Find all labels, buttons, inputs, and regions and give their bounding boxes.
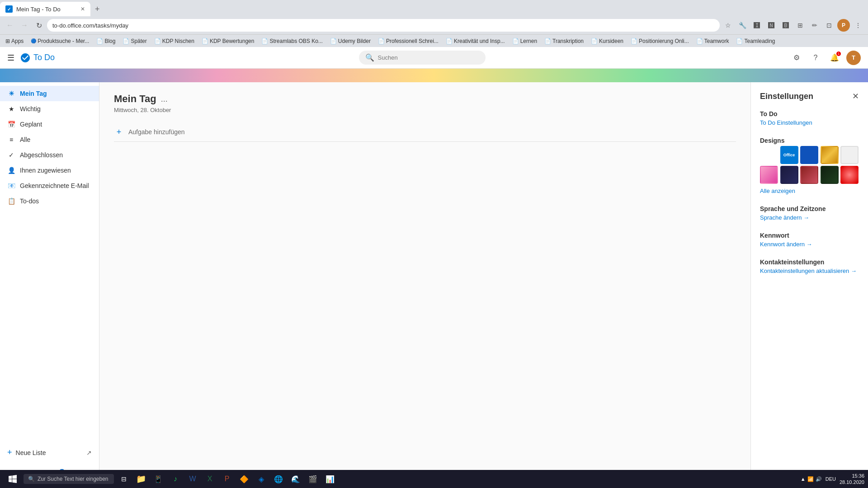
taskbar-app-icon-1[interactable]: 📱: [150, 471, 166, 487]
app-container: ☰ To Do 🔍 ⚙ ? 🔔 1: [0, 47, 868, 488]
design-circuit[interactable]: [760, 146, 778, 164]
design-gold[interactable]: [821, 146, 839, 164]
taskbar-explorer[interactable]: 📁: [133, 471, 149, 487]
taskbar-app-icon-2[interactable]: 🔶: [236, 471, 252, 487]
taskbar-app-icon-5[interactable]: 📊: [322, 471, 338, 487]
extension5-icon[interactable]: ⊞: [794, 19, 807, 32]
calendar-icon: 📅: [7, 120, 15, 128]
design-office[interactable]: Office: [780, 146, 798, 164]
taskbar-volume-icon[interactable]: 🔊: [816, 476, 822, 482]
bookmark-transkription[interactable]: 📄 Transkription: [542, 37, 585, 45]
star-icon[interactable]: ☆: [722, 19, 734, 32]
new-list-area[interactable]: + Neue Liste ↗: [0, 444, 99, 461]
taskbar-app-icon-4[interactable]: 🎬: [305, 471, 321, 487]
bookmark-kdp-bewertungen[interactable]: 📄 KDP Bewertungen: [200, 37, 256, 45]
settings-contact-link[interactable]: Kontakteinstellungen aktualisieren →: [760, 267, 859, 274]
taskbar-app-icon-3[interactable]: ◈: [253, 471, 269, 487]
sidebar-item-label: To-dos: [20, 197, 39, 205]
settings-password-title: Kennwort: [760, 232, 859, 239]
design-flowers[interactable]: [800, 166, 818, 184]
bookmark-professionell[interactable]: 📄 Professionell Schrei...: [376, 37, 440, 45]
forward-button[interactable]: →: [18, 19, 31, 32]
sidebar-item-ihnen-zugewiesen[interactable]: 👤 Ihnen zugewiesen: [0, 163, 99, 178]
settings-close-button[interactable]: ✕: [852, 91, 859, 101]
design-show-all-link[interactable]: Alle anzeigen: [760, 188, 859, 194]
taskbar-excel[interactable]: X: [202, 471, 218, 487]
clipboard-icon: 📋: [7, 197, 15, 205]
settings-button[interactable]: ⚙: [789, 51, 804, 65]
profile-button[interactable]: P: [837, 19, 850, 32]
header-image: [0, 69, 868, 82]
sidebar-item-label: Abgeschlossen: [20, 151, 63, 159]
sidebar-item-todos[interactable]: 📋 To-dos: [0, 193, 99, 209]
extension1-icon[interactable]: 🔧: [736, 19, 749, 32]
notification-button[interactable]: 🔔 1: [827, 51, 842, 65]
search-input[interactable]: [378, 54, 479, 61]
sidebar: ☀ Mein Tag ★ Wichtig 📅 Geplant ≡ Alle ✓: [0, 82, 99, 488]
settings-todo-link[interactable]: To Do Einstellungen: [760, 119, 859, 126]
design-white[interactable]: [840, 146, 859, 164]
search-box[interactable]: 🔍: [359, 51, 486, 65]
page-more-button[interactable]: ...: [161, 94, 168, 104]
sidebar-item-alle[interactable]: ≡ Alle: [0, 132, 99, 147]
taskbar-spotify[interactable]: ♪: [167, 471, 184, 487]
taskbar-word[interactable]: W: [184, 471, 201, 487]
bookmark-teamleading[interactable]: 📄 Teamleading: [734, 37, 777, 45]
sidebar-item-email[interactable]: 📧 Gekennzeichnete E-Mail: [0, 178, 99, 193]
taskbar-taskview[interactable]: ⊟: [116, 471, 132, 487]
taskbar-date-value: 28.10.2020: [840, 479, 864, 485]
active-tab[interactable]: ✓ Mein Tag - To Do ✕: [0, 2, 90, 16]
user-avatar[interactable]: T: [846, 51, 861, 65]
extension6-icon[interactable]: ✏: [808, 19, 821, 32]
sidebar-item-mein-tag[interactable]: ☀ Mein Tag: [0, 86, 99, 101]
new-tab-button[interactable]: +: [90, 2, 104, 16]
bookmark-udemy[interactable]: 📄 Udemy Bilder: [328, 37, 373, 45]
taskbar-arrow-icon[interactable]: ▲: [801, 476, 806, 482]
bookmark-lernen[interactable]: 📄 Lernen: [510, 37, 539, 45]
hamburger-menu[interactable]: ☰: [7, 53, 14, 63]
settings-contact-section: Kontakteinstellungen Kontakteinstellunge…: [760, 258, 859, 274]
tab-favicon: ✓: [5, 5, 13, 13]
taskbar-network-icon[interactable]: 📶: [807, 476, 814, 482]
refresh-button[interactable]: ↻: [33, 19, 45, 32]
menu-icon[interactable]: ⋮: [852, 19, 864, 32]
settings-language-link[interactable]: Sprache ändern →: [760, 214, 859, 221]
design-dark-wave[interactable]: [780, 166, 798, 184]
search-icon: 🔍: [365, 53, 374, 62]
header-right: ⚙ ? 🔔 1 T: [789, 51, 861, 65]
bookmark-kursideen[interactable]: 📄 Kursideen: [589, 37, 625, 45]
sidebar-item-geplant[interactable]: 📅 Geplant: [0, 117, 99, 132]
help-button[interactable]: ?: [808, 51, 823, 65]
design-blue-solid[interactable]: [800, 146, 818, 164]
sidebar-item-wichtig[interactable]: ★ Wichtig: [0, 101, 99, 117]
extension7-icon[interactable]: ⊡: [823, 19, 835, 32]
bookmark-kreativitaet[interactable]: 📄 Kreativität und Insp...: [444, 37, 507, 45]
bookmark-teamwork[interactable]: 📄 Teamwork: [694, 37, 731, 45]
tab-close-button[interactable]: ✕: [80, 6, 85, 12]
bookmark-produktsuche[interactable]: 🔵 Produktsuche - Mer...: [29, 37, 91, 45]
sidebar-item-abgeschlossen[interactable]: ✓ Abgeschlossen: [0, 147, 99, 163]
design-pink[interactable]: [760, 166, 778, 184]
bookmark-apps[interactable]: ⊞ Apps: [4, 37, 25, 45]
taskbar-edge[interactable]: 🌊: [288, 471, 304, 487]
extension4-icon[interactable]: 🅱: [779, 19, 792, 32]
back-button[interactable]: ←: [4, 19, 16, 32]
address-bar[interactable]: to-do.office.com/tasks/myday: [47, 19, 720, 32]
bookmark-streamlabs[interactable]: 📄 Streamlabs OBS Ko...: [259, 37, 324, 45]
extension2-icon[interactable]: 🅸: [750, 19, 763, 32]
taskbar-search-box[interactable]: 🔍 Zur Suche Text hier eingeben: [24, 474, 114, 484]
header-center: 🔍: [55, 51, 789, 65]
add-task-row[interactable]: + Aufgabe hinzufügen: [114, 122, 736, 142]
check-icon: ✓: [7, 151, 15, 159]
design-red-gradient[interactable]: [840, 166, 859, 184]
settings-password-link[interactable]: Kennwort ändern →: [760, 241, 859, 248]
taskbar-chrome[interactable]: 🌐: [270, 471, 287, 487]
extension3-icon[interactable]: 🅽: [765, 19, 778, 32]
design-dark-forest[interactable]: [821, 166, 839, 184]
bookmark-positionierung[interactable]: 📄 Positionierung Onli...: [629, 37, 691, 45]
bookmark-spaeter[interactable]: 📄 Später: [121, 37, 148, 45]
start-button[interactable]: [4, 470, 22, 488]
bookmark-blog[interactable]: 📄 Blog: [94, 37, 117, 45]
taskbar-powerpoint[interactable]: P: [219, 471, 235, 487]
bookmark-kdp-nischen[interactable]: 📄 KDP Nischen: [152, 37, 196, 45]
